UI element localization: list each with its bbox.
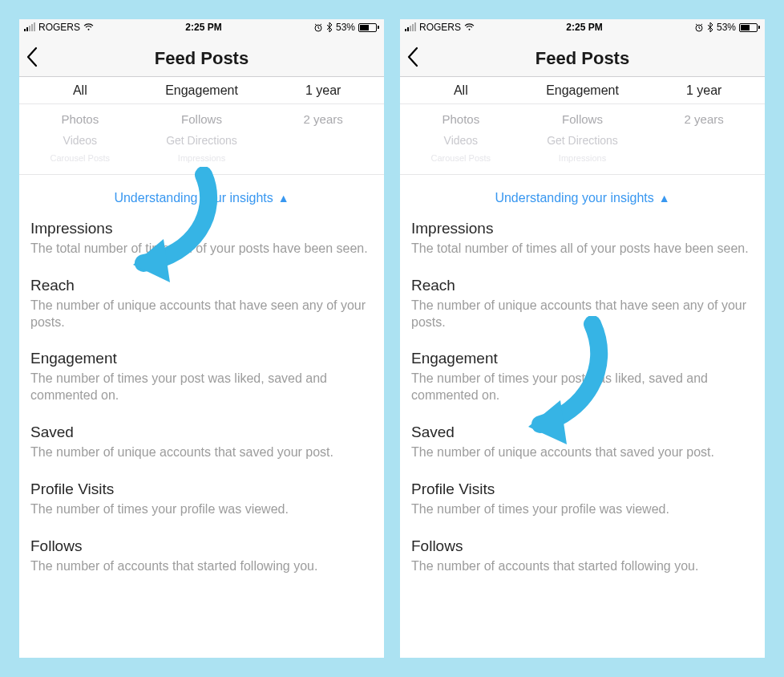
definition-saved: Saved The number of unique accounts that…	[30, 424, 373, 461]
definition-title: Saved	[30, 424, 373, 441]
understanding-insights-button[interactable]: Understanding your insights ▲	[400, 175, 765, 220]
phone-screenshot-left: ROGERS 2:25 PM 53% Feed Posts All Engage	[19, 19, 384, 658]
understanding-insights-button[interactable]: Understanding your insights ▲	[19, 175, 384, 220]
picker-option[interactable]: Videos	[19, 134, 141, 147]
definition-profile-visits: Profile Visits The number of times your …	[30, 480, 373, 518]
wifi-icon	[83, 23, 94, 31]
definition-saved: Saved The number of unique accounts that…	[411, 424, 754, 461]
definition-desc: The number of times your profile was vie…	[411, 501, 754, 518]
definition-engagement: Engagement The number of times your post…	[30, 350, 373, 404]
definition-title: Profile Visits	[411, 480, 754, 498]
wifi-icon	[464, 23, 475, 31]
filters-row[interactable]: All Engagement 1 year	[400, 77, 765, 104]
alarm-icon	[694, 22, 704, 32]
definition-desc: The total number of times all of your po…	[30, 241, 373, 257]
definition-desc: The number of times your post was liked,…	[411, 371, 754, 404]
bluetooth-icon	[707, 22, 713, 32]
status-bar: ROGERS 2:25 PM 53%	[19, 19, 384, 35]
definition-desc: The number of unique accounts that saved…	[411, 444, 754, 461]
picker-option[interactable]: Get Directions	[522, 134, 644, 147]
battery-icon	[739, 23, 760, 32]
status-bar: ROGERS 2:25 PM 53%	[400, 19, 765, 35]
insights-link-label: Understanding your insights	[495, 191, 653, 205]
definition-desc: The number of accounts that started foll…	[30, 558, 373, 575]
definition-title: Reach	[411, 277, 754, 294]
phone-screenshot-right: ROGERS 2:25 PM 53% Feed Posts All Engage	[400, 19, 765, 658]
clock-time: 2:25 PM	[566, 22, 602, 33]
definition-title: Engagement	[411, 350, 754, 367]
clock-time: 2:25 PM	[185, 22, 221, 33]
picker-wheel[interactable]: Photos Videos Carousel Posts Follows Get…	[400, 104, 765, 175]
picker-option[interactable]: Follows	[141, 112, 263, 126]
definition-desc: The number of unique accounts that have …	[411, 298, 754, 331]
picker-option[interactable]: 2 years	[643, 112, 765, 126]
picker-option[interactable]: Follows	[522, 112, 644, 126]
battery-percent: 53%	[336, 22, 355, 33]
filter-period[interactable]: 1 year	[262, 83, 384, 98]
carrier-label: ROGERS	[419, 22, 461, 33]
battery-percent: 53%	[717, 22, 736, 33]
definition-title: Reach	[30, 277, 373, 294]
definition-desc: The number of times your post was liked,…	[30, 371, 373, 404]
battery-icon	[358, 23, 379, 32]
bluetooth-icon	[326, 22, 333, 32]
picker-option[interactable]: Impressions	[522, 153, 644, 163]
picker-option[interactable]: Carousel Posts	[400, 153, 522, 163]
definition-desc: The number of times your profile was vie…	[30, 501, 373, 518]
definition-desc: The number of accounts that started foll…	[411, 558, 754, 575]
definition-reach: Reach The number of unique accounts that…	[411, 277, 754, 331]
definition-title: Profile Visits	[30, 480, 373, 498]
filter-period[interactable]: 1 year	[643, 83, 765, 98]
definition-title: Follows	[30, 537, 373, 555]
filter-type[interactable]: All	[400, 83, 522, 98]
alarm-icon	[313, 22, 323, 32]
filter-type[interactable]: All	[19, 83, 141, 98]
filter-metric[interactable]: Engagement	[522, 83, 644, 98]
picker-option[interactable]: Photos	[400, 112, 522, 126]
definition-follows: Follows The number of accounts that star…	[30, 537, 373, 575]
picker-option[interactable]: Impressions	[141, 153, 263, 163]
definition-title: Impressions	[411, 220, 754, 237]
definition-title: Impressions	[30, 220, 373, 237]
nav-header: Feed Posts	[400, 35, 765, 77]
picker-option[interactable]: Photos	[19, 112, 141, 126]
chevron-up-icon: ▲	[278, 192, 289, 205]
insights-link-label: Understanding your insights	[114, 191, 273, 205]
page-title: Feed Posts	[535, 48, 629, 69]
picker-option[interactable]: Carousel Posts	[19, 153, 141, 163]
definition-title: Saved	[411, 424, 754, 441]
definition-impressions: Impressions The total number of times al…	[30, 220, 373, 257]
definition-desc: The number of unique accounts that saved…	[30, 444, 373, 461]
definition-follows: Follows The number of accounts that star…	[411, 537, 754, 575]
definition-title: Follows	[411, 537, 754, 555]
nav-header: Feed Posts	[19, 35, 384, 77]
back-button[interactable]	[406, 47, 419, 67]
definition-desc: The number of unique accounts that have …	[30, 298, 373, 331]
picker-option[interactable]: Videos	[400, 134, 522, 147]
chevron-up-icon: ▲	[659, 192, 670, 205]
definition-engagement: Engagement The number of times your post…	[411, 350, 754, 404]
picker-wheel[interactable]: Photos Videos Carousel Posts Follows Get…	[19, 104, 384, 175]
definition-impressions: Impressions The total number of times al…	[411, 220, 754, 257]
back-button[interactable]	[26, 47, 38, 67]
carrier-label: ROGERS	[38, 22, 80, 33]
signal-icon	[24, 23, 35, 31]
definition-desc: The total number of times all of your po…	[411, 241, 754, 257]
picker-option[interactable]: 2 years	[262, 112, 384, 126]
filter-metric[interactable]: Engagement	[141, 83, 263, 98]
picker-option[interactable]: Get Directions	[141, 134, 263, 147]
definition-reach: Reach The number of unique accounts that…	[30, 277, 373, 331]
signal-icon	[405, 23, 416, 31]
definition-title: Engagement	[30, 350, 373, 367]
page-title: Feed Posts	[155, 48, 249, 69]
filters-row[interactable]: All Engagement 1 year	[19, 77, 384, 104]
definition-profile-visits: Profile Visits The number of times your …	[411, 480, 754, 518]
